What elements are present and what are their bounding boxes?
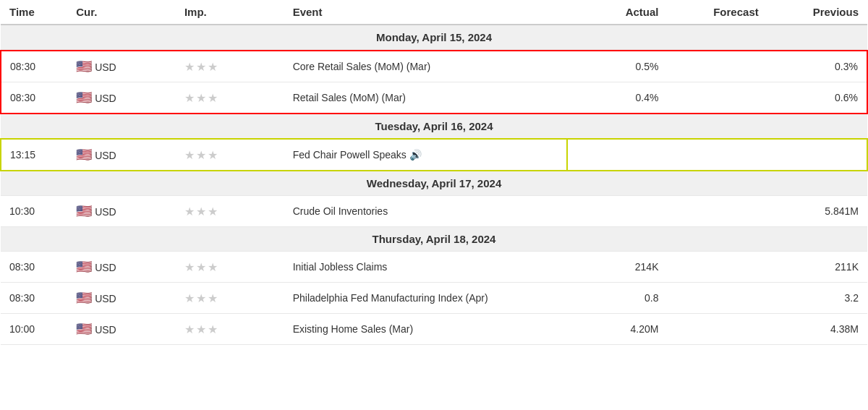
event-name: Crude Oil Inventories	[284, 196, 568, 227]
day-header-label: Monday, April 15, 2024	[1, 25, 867, 50]
header-actual: Actual	[567, 0, 667, 25]
event-time: 08:30	[1, 283, 67, 314]
event-importance: ★★★	[176, 283, 284, 314]
header-forecast: Forecast	[668, 0, 767, 25]
flag-icon: 🇺🇸	[76, 322, 92, 336]
event-name: Core Retail Sales (MoM) (Mar)	[284, 51, 568, 82]
event-name: Retail Sales (MoM) (Mar)	[284, 82, 568, 114]
event-label: Initial Jobless Claims	[293, 261, 388, 273]
event-previous: 5.841M	[767, 196, 867, 227]
currency-label: USD	[95, 93, 116, 104]
event-row[interactable]: 08:30🇺🇸USD★★★Retail Sales (MoM) (Mar)0.4…	[1, 82, 867, 114]
header-time: Time	[1, 0, 67, 25]
event-row[interactable]: 08:30🇺🇸USD★★★Core Retail Sales (MoM) (Ma…	[1, 51, 867, 82]
event-previous: 3.2	[767, 283, 867, 314]
event-currency: 🇺🇸USD	[67, 252, 176, 283]
event-time: 10:00	[1, 314, 67, 345]
currency-label: USD	[95, 61, 116, 73]
stars-icon: ★★★	[184, 292, 219, 304]
header-previous: Previous	[767, 0, 867, 25]
event-actual: 0.8	[567, 283, 667, 314]
event-forecast	[668, 314, 767, 345]
event-label: Fed Chair Powell Speaks	[293, 149, 407, 161]
event-currency: 🇺🇸USD	[67, 139, 176, 171]
event-forecast	[668, 252, 767, 283]
currency-label: USD	[95, 150, 116, 161]
event-label: Crude Oil Inventories	[293, 205, 388, 217]
event-label: Retail Sales (MoM) (Mar)	[293, 92, 406, 103]
event-time: 08:30	[1, 252, 67, 283]
event-previous: 211K	[767, 252, 867, 283]
stars-icon: ★★★	[184, 323, 219, 336]
currency-label: USD	[95, 262, 116, 273]
event-row[interactable]: 08:30🇺🇸USD★★★Initial Jobless Claims214K2…	[1, 252, 867, 283]
event-time: 13:15	[1, 139, 67, 171]
flag-icon: 🇺🇸	[76, 260, 92, 274]
event-forecast	[668, 51, 767, 82]
event-previous: 0.6%	[767, 82, 867, 114]
event-currency: 🇺🇸USD	[67, 283, 176, 314]
event-name: Initial Jobless Claims	[284, 252, 568, 283]
event-importance: ★★★	[176, 314, 284, 345]
event-name: Existing Home Sales (Mar)	[284, 314, 568, 345]
header-event: Event	[284, 0, 568, 25]
sound-icon: 🔊	[409, 149, 422, 161]
event-name: Philadelphia Fed Manufacturing Index (Ap…	[284, 283, 568, 314]
day-header-label: Thursday, April 18, 2024	[1, 227, 867, 252]
event-label: Existing Home Sales (Mar)	[293, 323, 414, 335]
event-importance: ★★★	[176, 51, 284, 82]
day-header-row: Tuesday, April 16, 2024	[1, 114, 867, 139]
event-importance: ★★★	[176, 139, 284, 171]
event-actual: 0.4%	[567, 82, 667, 114]
event-row[interactable]: 08:30🇺🇸USD★★★Philadelphia Fed Manufactur…	[1, 283, 867, 314]
day-header-row: Wednesday, April 17, 2024	[1, 171, 867, 196]
event-actual	[567, 139, 667, 171]
header-currency: Cur.	[67, 0, 176, 25]
event-forecast	[668, 283, 767, 314]
event-previous: 4.38M	[767, 314, 867, 345]
event-forecast	[668, 82, 767, 114]
event-actual: 0.5%	[567, 51, 667, 82]
event-forecast	[668, 139, 767, 171]
flag-icon: 🇺🇸	[76, 90, 92, 105]
event-currency: 🇺🇸USD	[67, 314, 176, 345]
event-previous: 0.3%	[767, 51, 867, 82]
flag-icon: 🇺🇸	[76, 291, 92, 305]
event-actual	[567, 196, 667, 227]
stars-icon: ★★★	[184, 149, 219, 161]
event-importance: ★★★	[176, 196, 284, 227]
header-importance: Imp.	[176, 0, 284, 25]
event-label: Philadelphia Fed Manufacturing Index (Ap…	[293, 292, 488, 304]
day-header-label: Wednesday, April 17, 2024	[1, 171, 867, 196]
day-header-row: Monday, April 15, 2024	[1, 25, 867, 50]
economic-calendar-table: Time Cur. Imp. Event Actual Forecast Pre…	[0, 0, 868, 345]
event-name: Fed Chair Powell Speaks 🔊	[284, 139, 568, 171]
day-header-row: Thursday, April 18, 2024	[1, 227, 867, 252]
stars-icon: ★★★	[184, 92, 219, 104]
event-row[interactable]: 10:30🇺🇸USD★★★Crude Oil Inventories5.841M	[1, 196, 867, 227]
event-row[interactable]: 13:15🇺🇸USD★★★Fed Chair Powell Speaks 🔊	[1, 139, 867, 171]
event-forecast	[668, 196, 767, 227]
currency-label: USD	[95, 206, 116, 218]
event-time: 10:30	[1, 196, 67, 227]
flag-icon: 🇺🇸	[76, 59, 92, 74]
event-actual: 4.20M	[567, 314, 667, 345]
currency-label: USD	[95, 324, 116, 336]
currency-label: USD	[95, 293, 116, 304]
stars-icon: ★★★	[184, 261, 219, 273]
event-previous	[767, 139, 867, 171]
flag-icon: 🇺🇸	[76, 204, 92, 218]
flag-icon: 🇺🇸	[76, 148, 92, 162]
event-currency: 🇺🇸USD	[67, 51, 176, 82]
event-row[interactable]: 10:00🇺🇸USD★★★Existing Home Sales (Mar)4.…	[1, 314, 867, 345]
event-label: Core Retail Sales (MoM) (Mar)	[293, 61, 431, 72]
stars-icon: ★★★	[184, 205, 219, 218]
day-header-label: Tuesday, April 16, 2024	[1, 114, 867, 139]
event-time: 08:30	[1, 51, 67, 82]
event-currency: 🇺🇸USD	[67, 196, 176, 227]
stars-icon: ★★★	[184, 61, 219, 73]
event-time: 08:30	[1, 82, 67, 114]
event-actual: 214K	[567, 252, 667, 283]
event-importance: ★★★	[176, 252, 284, 283]
event-importance: ★★★	[176, 82, 284, 114]
